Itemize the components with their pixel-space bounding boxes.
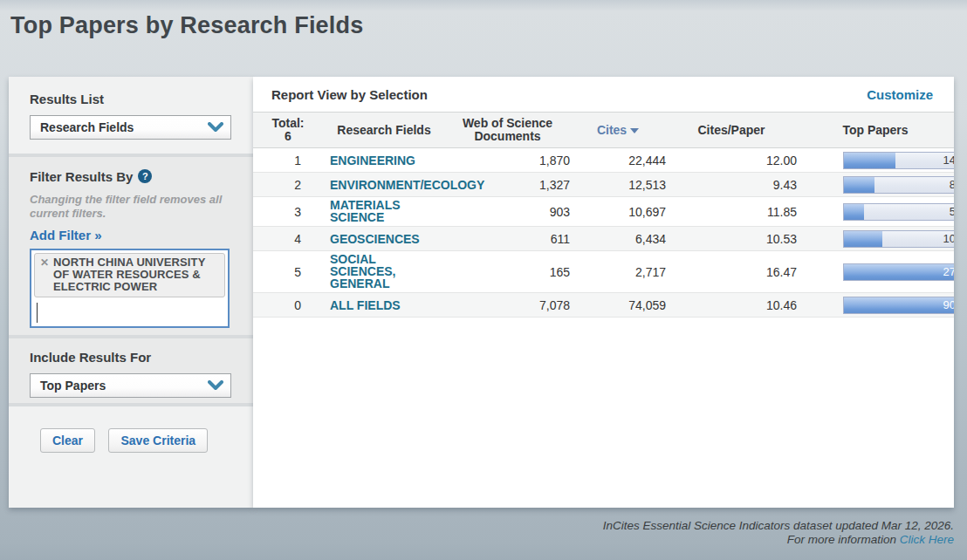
save-criteria-button[interactable]: Save Criteria bbox=[108, 428, 208, 453]
cites-per-paper-cell: 10.53 bbox=[666, 230, 797, 248]
chevron-down-icon bbox=[208, 122, 223, 133]
filter-results-section: Filter Results By? Changing the filter f… bbox=[9, 157, 253, 335]
customize-link[interactable]: Customize bbox=[867, 87, 933, 102]
wos-documents-cell: 165 bbox=[445, 263, 570, 281]
rank-cell: 2 bbox=[253, 176, 323, 194]
text-cursor bbox=[37, 303, 38, 323]
include-results-heading: Include Results For bbox=[30, 350, 232, 365]
add-filter-link[interactable]: Add Filter » bbox=[30, 228, 102, 242]
col-header-cites-sorted[interactable]: Cites bbox=[570, 124, 666, 137]
table-row: 5 SOCIAL SCIENCES, GENERAL 165 2,717 16.… bbox=[253, 251, 954, 293]
bar-fill bbox=[844, 297, 954, 313]
research-field-link[interactable]: ENGINEERING bbox=[330, 154, 415, 167]
rank-cell: 3 bbox=[253, 203, 323, 221]
report-title: Report View by Selection bbox=[271, 87, 428, 102]
wos-documents-cell: 611 bbox=[445, 230, 570, 248]
cites-cell: 22,444 bbox=[570, 152, 666, 169]
results-list-section: Results List Research Fields bbox=[9, 77, 253, 154]
research-field-link[interactable]: ALL FIELDS bbox=[330, 299, 401, 311]
field-cell: SOCIAL SCIENCES, GENERAL bbox=[323, 251, 445, 292]
report-panel-header: Report View by Selection Customize bbox=[253, 77, 954, 112]
rank-cell: 0 bbox=[253, 297, 323, 314]
table-header-row: Total: 6 Research Fields Web of Science … bbox=[253, 112, 954, 148]
field-cell: GEOSCIENCES bbox=[323, 230, 445, 248]
top-papers-cell: 5 bbox=[797, 201, 954, 222]
field-cell: MATERIALS SCIENCE bbox=[323, 197, 445, 226]
research-field-link[interactable]: ENVIRONMENT/ECOLOGY bbox=[330, 179, 433, 191]
help-icon[interactable]: ? bbox=[138, 169, 152, 183]
col-header-cites-per-paper[interactable]: Cites/Paper bbox=[666, 124, 797, 137]
table-body: 1 ENGINEERING 1,870 22,444 12.00 14 2 EN… bbox=[253, 148, 954, 318]
bar-track bbox=[843, 203, 954, 221]
top-papers-cell: 8 bbox=[797, 174, 954, 195]
more-info-text: For more information Click Here bbox=[603, 533, 954, 547]
include-results-dropdown[interactable]: Top Papers bbox=[30, 373, 231, 398]
top-papers-value: 5 bbox=[950, 205, 954, 218]
include-results-section: Include Results For Top Papers bbox=[9, 338, 253, 403]
filter-tag: ✕ NORTH CHINA UNIVERSITY OF WATER RESOUR… bbox=[34, 253, 225, 297]
top-papers-cell: 90 bbox=[797, 295, 954, 316]
results-list-dropdown[interactable]: Research Fields bbox=[30, 115, 231, 140]
table-row: 0 ALL FIELDS 7,078 74,059 10.46 90 bbox=[253, 293, 954, 318]
bar-fill bbox=[844, 204, 864, 220]
include-results-value: Top Papers bbox=[40, 379, 106, 393]
bar-fill bbox=[844, 177, 874, 193]
col-header-top-papers[interactable]: Top Papers bbox=[797, 124, 954, 137]
actions-section: Clear Save Criteria bbox=[9, 406, 253, 508]
top-papers-cell: 27 bbox=[797, 262, 954, 283]
top-papers-cell: 14 bbox=[797, 150, 954, 171]
page-title: Top Papers by Research Fields bbox=[10, 12, 363, 39]
top-papers-value: 90 bbox=[943, 298, 954, 311]
total-label: Total: bbox=[253, 117, 323, 130]
field-cell: ENGINEERING bbox=[323, 152, 445, 169]
col-header-wos-documents[interactable]: Web of Science Documents bbox=[445, 117, 570, 143]
top-papers-bar: 27 bbox=[843, 263, 954, 281]
filters-sidebar: Results List Research Fields Filter Resu… bbox=[9, 77, 253, 508]
cites-per-paper-cell: 11.85 bbox=[666, 203, 797, 221]
bar-track bbox=[843, 263, 954, 281]
top-papers-bar: 10 bbox=[843, 230, 954, 248]
chevron-down-icon bbox=[208, 380, 223, 391]
results-list-heading: Results List bbox=[30, 92, 232, 106]
cites-per-paper-cell: 16.47 bbox=[666, 263, 797, 281]
filter-results-label: Filter Results By bbox=[30, 169, 133, 184]
wos-documents-cell: 1,327 bbox=[445, 176, 570, 194]
research-field-link[interactable]: GEOSCIENCES bbox=[330, 233, 420, 245]
bar-track bbox=[843, 297, 954, 314]
more-info-prefix: For more information bbox=[787, 533, 900, 546]
col-header-total: Total: 6 bbox=[253, 117, 323, 143]
cites-cell: 10,697 bbox=[570, 203, 666, 221]
cites-per-paper-cell: 10.46 bbox=[666, 297, 797, 314]
rank-cell: 5 bbox=[253, 263, 323, 281]
cites-cell: 6,434 bbox=[570, 230, 666, 248]
remove-filter-icon[interactable]: ✕ bbox=[40, 257, 49, 269]
wos-label-line2: Documents bbox=[445, 130, 570, 143]
wos-label-line1: Web of Science bbox=[445, 117, 570, 130]
rank-cell: 1 bbox=[253, 152, 323, 169]
cites-per-paper-cell: 12.00 bbox=[666, 152, 797, 169]
cites-cell: 12,513 bbox=[570, 176, 666, 194]
top-papers-cell: 10 bbox=[797, 229, 954, 249]
research-field-link[interactable]: SOCIAL SCIENCES, GENERAL bbox=[330, 253, 433, 290]
filter-note: Changing the filter field removes all cu… bbox=[30, 193, 226, 221]
bar-track bbox=[843, 152, 954, 169]
dataset-footer: InCites Essential Science Indicators dat… bbox=[603, 519, 954, 547]
col-header-research-fields[interactable]: Research Fields bbox=[323, 124, 445, 137]
bar-track bbox=[843, 176, 954, 194]
total-count: 6 bbox=[253, 130, 323, 143]
top-papers-value: 14 bbox=[943, 154, 954, 167]
research-field-link[interactable]: MATERIALS SCIENCE bbox=[330, 199, 433, 223]
clear-button[interactable]: Clear bbox=[40, 428, 95, 453]
top-papers-value: 27 bbox=[943, 265, 954, 278]
bar-fill bbox=[844, 264, 954, 280]
bar-fill bbox=[844, 153, 895, 168]
dataset-updated-text: InCites Essential Science Indicators dat… bbox=[603, 519, 954, 533]
click-here-link[interactable]: Click Here bbox=[900, 533, 954, 546]
sort-descending-icon bbox=[630, 128, 639, 133]
filter-input-box[interactable]: ✕ NORTH CHINA UNIVERSITY OF WATER RESOUR… bbox=[30, 249, 230, 328]
wos-documents-cell: 1,870 bbox=[445, 152, 570, 169]
rank-cell: 4 bbox=[253, 230, 323, 248]
top-papers-bar: 90 bbox=[843, 297, 954, 314]
report-panel: Report View by Selection Customize Total… bbox=[253, 77, 954, 508]
table-row: 1 ENGINEERING 1,870 22,444 12.00 14 bbox=[253, 148, 954, 173]
